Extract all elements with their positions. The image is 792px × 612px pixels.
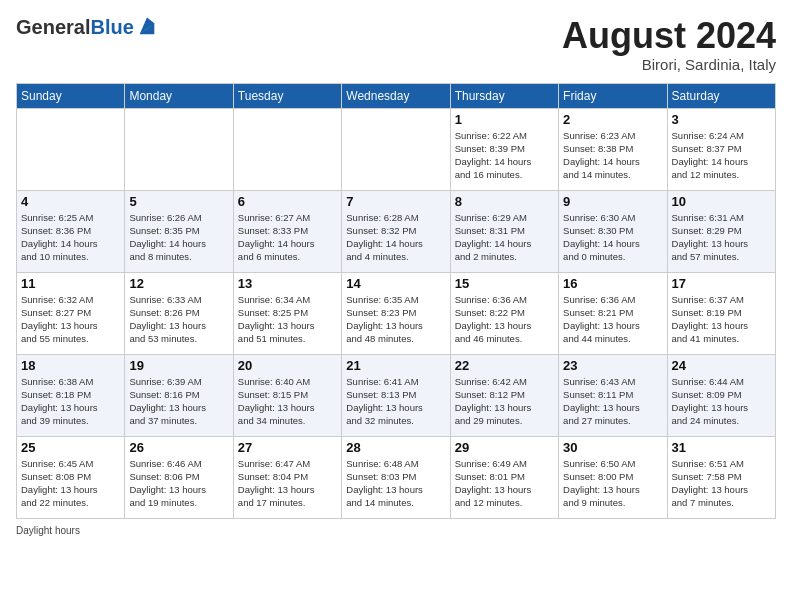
- day-number: 9: [563, 194, 662, 209]
- calendar-day-cell: 24Sunrise: 6:44 AM Sunset: 8:09 PM Dayli…: [667, 354, 775, 436]
- location: Birori, Sardinia, Italy: [562, 56, 776, 73]
- day-number: 1: [455, 112, 554, 127]
- month-title: August 2024: [562, 16, 776, 56]
- calendar-day-cell: 4Sunrise: 6:25 AM Sunset: 8:36 PM Daylig…: [17, 190, 125, 272]
- day-info: Sunrise: 6:30 AM Sunset: 8:30 PM Dayligh…: [563, 211, 662, 264]
- day-info: Sunrise: 6:34 AM Sunset: 8:25 PM Dayligh…: [238, 293, 337, 346]
- svg-marker-0: [139, 17, 154, 34]
- calendar-day-cell: 11Sunrise: 6:32 AM Sunset: 8:27 PM Dayli…: [17, 272, 125, 354]
- day-info: Sunrise: 6:38 AM Sunset: 8:18 PM Dayligh…: [21, 375, 120, 428]
- calendar-header-wednesday: Wednesday: [342, 83, 450, 108]
- day-number: 29: [455, 440, 554, 455]
- day-number: 15: [455, 276, 554, 291]
- calendar-day-cell: [342, 108, 450, 190]
- calendar-header-sunday: Sunday: [17, 83, 125, 108]
- day-info: Sunrise: 6:49 AM Sunset: 8:01 PM Dayligh…: [455, 457, 554, 510]
- calendar-day-cell: 2Sunrise: 6:23 AM Sunset: 8:38 PM Daylig…: [559, 108, 667, 190]
- daylight-hours-label: Daylight hours: [16, 525, 80, 536]
- calendar-day-cell: 15Sunrise: 6:36 AM Sunset: 8:22 PM Dayli…: [450, 272, 558, 354]
- day-number: 12: [129, 276, 228, 291]
- calendar-day-cell: 8Sunrise: 6:29 AM Sunset: 8:31 PM Daylig…: [450, 190, 558, 272]
- day-number: 26: [129, 440, 228, 455]
- day-info: Sunrise: 6:36 AM Sunset: 8:22 PM Dayligh…: [455, 293, 554, 346]
- calendar-day-cell: 14Sunrise: 6:35 AM Sunset: 8:23 PM Dayli…: [342, 272, 450, 354]
- calendar-day-cell: 10Sunrise: 6:31 AM Sunset: 8:29 PM Dayli…: [667, 190, 775, 272]
- day-info: Sunrise: 6:36 AM Sunset: 8:21 PM Dayligh…: [563, 293, 662, 346]
- day-info: Sunrise: 6:43 AM Sunset: 8:11 PM Dayligh…: [563, 375, 662, 428]
- day-info: Sunrise: 6:27 AM Sunset: 8:33 PM Dayligh…: [238, 211, 337, 264]
- calendar-day-cell: 20Sunrise: 6:40 AM Sunset: 8:15 PM Dayli…: [233, 354, 341, 436]
- day-number: 18: [21, 358, 120, 373]
- day-number: 22: [455, 358, 554, 373]
- calendar-header-thursday: Thursday: [450, 83, 558, 108]
- day-info: Sunrise: 6:25 AM Sunset: 8:36 PM Dayligh…: [21, 211, 120, 264]
- calendar-day-cell: 12Sunrise: 6:33 AM Sunset: 8:26 PM Dayli…: [125, 272, 233, 354]
- day-info: Sunrise: 6:42 AM Sunset: 8:12 PM Dayligh…: [455, 375, 554, 428]
- calendar-day-cell: 30Sunrise: 6:50 AM Sunset: 8:00 PM Dayli…: [559, 436, 667, 518]
- day-number: 10: [672, 194, 771, 209]
- day-number: 13: [238, 276, 337, 291]
- calendar-day-cell: 23Sunrise: 6:43 AM Sunset: 8:11 PM Dayli…: [559, 354, 667, 436]
- calendar-week-row: 18Sunrise: 6:38 AM Sunset: 8:18 PM Dayli…: [17, 354, 776, 436]
- logo-icon: [136, 16, 158, 38]
- calendar-day-cell: 28Sunrise: 6:48 AM Sunset: 8:03 PM Dayli…: [342, 436, 450, 518]
- day-info: Sunrise: 6:23 AM Sunset: 8:38 PM Dayligh…: [563, 129, 662, 182]
- day-info: Sunrise: 6:33 AM Sunset: 8:26 PM Dayligh…: [129, 293, 228, 346]
- calendar-day-cell: 18Sunrise: 6:38 AM Sunset: 8:18 PM Dayli…: [17, 354, 125, 436]
- day-info: Sunrise: 6:22 AM Sunset: 8:39 PM Dayligh…: [455, 129, 554, 182]
- calendar-day-cell: 27Sunrise: 6:47 AM Sunset: 8:04 PM Dayli…: [233, 436, 341, 518]
- day-number: 6: [238, 194, 337, 209]
- day-info: Sunrise: 6:48 AM Sunset: 8:03 PM Dayligh…: [346, 457, 445, 510]
- day-number: 25: [21, 440, 120, 455]
- logo-general: GeneralBlue: [16, 16, 134, 38]
- day-number: 3: [672, 112, 771, 127]
- day-number: 24: [672, 358, 771, 373]
- day-info: Sunrise: 6:35 AM Sunset: 8:23 PM Dayligh…: [346, 293, 445, 346]
- day-info: Sunrise: 6:40 AM Sunset: 8:15 PM Dayligh…: [238, 375, 337, 428]
- page: GeneralBlue August 2024 Birori, Sardinia…: [0, 0, 792, 612]
- day-number: 16: [563, 276, 662, 291]
- day-number: 4: [21, 194, 120, 209]
- calendar-day-cell: 17Sunrise: 6:37 AM Sunset: 8:19 PM Dayli…: [667, 272, 775, 354]
- day-info: Sunrise: 6:37 AM Sunset: 8:19 PM Dayligh…: [672, 293, 771, 346]
- calendar-day-cell: 22Sunrise: 6:42 AM Sunset: 8:12 PM Dayli…: [450, 354, 558, 436]
- day-number: 20: [238, 358, 337, 373]
- day-number: 31: [672, 440, 771, 455]
- calendar-week-row: 1Sunrise: 6:22 AM Sunset: 8:39 PM Daylig…: [17, 108, 776, 190]
- day-number: 7: [346, 194, 445, 209]
- day-number: 14: [346, 276, 445, 291]
- day-number: 21: [346, 358, 445, 373]
- title-block: August 2024 Birori, Sardinia, Italy: [562, 16, 776, 73]
- day-number: 19: [129, 358, 228, 373]
- day-info: Sunrise: 6:47 AM Sunset: 8:04 PM Dayligh…: [238, 457, 337, 510]
- calendar-header-row: SundayMondayTuesdayWednesdayThursdayFrid…: [17, 83, 776, 108]
- day-info: Sunrise: 6:45 AM Sunset: 8:08 PM Dayligh…: [21, 457, 120, 510]
- calendar-day-cell: [125, 108, 233, 190]
- calendar-day-cell: [17, 108, 125, 190]
- day-info: Sunrise: 6:31 AM Sunset: 8:29 PM Dayligh…: [672, 211, 771, 264]
- day-number: 30: [563, 440, 662, 455]
- day-info: Sunrise: 6:26 AM Sunset: 8:35 PM Dayligh…: [129, 211, 228, 264]
- calendar-day-cell: 7Sunrise: 6:28 AM Sunset: 8:32 PM Daylig…: [342, 190, 450, 272]
- calendar-day-cell: [233, 108, 341, 190]
- calendar-header-friday: Friday: [559, 83, 667, 108]
- day-info: Sunrise: 6:51 AM Sunset: 7:58 PM Dayligh…: [672, 457, 771, 510]
- calendar: SundayMondayTuesdayWednesdayThursdayFrid…: [16, 83, 776, 519]
- calendar-day-cell: 31Sunrise: 6:51 AM Sunset: 7:58 PM Dayli…: [667, 436, 775, 518]
- calendar-day-cell: 6Sunrise: 6:27 AM Sunset: 8:33 PM Daylig…: [233, 190, 341, 272]
- calendar-day-cell: 19Sunrise: 6:39 AM Sunset: 8:16 PM Dayli…: [125, 354, 233, 436]
- day-info: Sunrise: 6:28 AM Sunset: 8:32 PM Dayligh…: [346, 211, 445, 264]
- day-info: Sunrise: 6:24 AM Sunset: 8:37 PM Dayligh…: [672, 129, 771, 182]
- calendar-header-monday: Monday: [125, 83, 233, 108]
- day-number: 23: [563, 358, 662, 373]
- day-number: 8: [455, 194, 554, 209]
- calendar-day-cell: 13Sunrise: 6:34 AM Sunset: 8:25 PM Dayli…: [233, 272, 341, 354]
- calendar-day-cell: 21Sunrise: 6:41 AM Sunset: 8:13 PM Dayli…: [342, 354, 450, 436]
- calendar-header-saturday: Saturday: [667, 83, 775, 108]
- calendar-day-cell: 9Sunrise: 6:30 AM Sunset: 8:30 PM Daylig…: [559, 190, 667, 272]
- calendar-day-cell: 16Sunrise: 6:36 AM Sunset: 8:21 PM Dayli…: [559, 272, 667, 354]
- day-info: Sunrise: 6:29 AM Sunset: 8:31 PM Dayligh…: [455, 211, 554, 264]
- calendar-day-cell: 3Sunrise: 6:24 AM Sunset: 8:37 PM Daylig…: [667, 108, 775, 190]
- day-number: 11: [21, 276, 120, 291]
- calendar-week-row: 11Sunrise: 6:32 AM Sunset: 8:27 PM Dayli…: [17, 272, 776, 354]
